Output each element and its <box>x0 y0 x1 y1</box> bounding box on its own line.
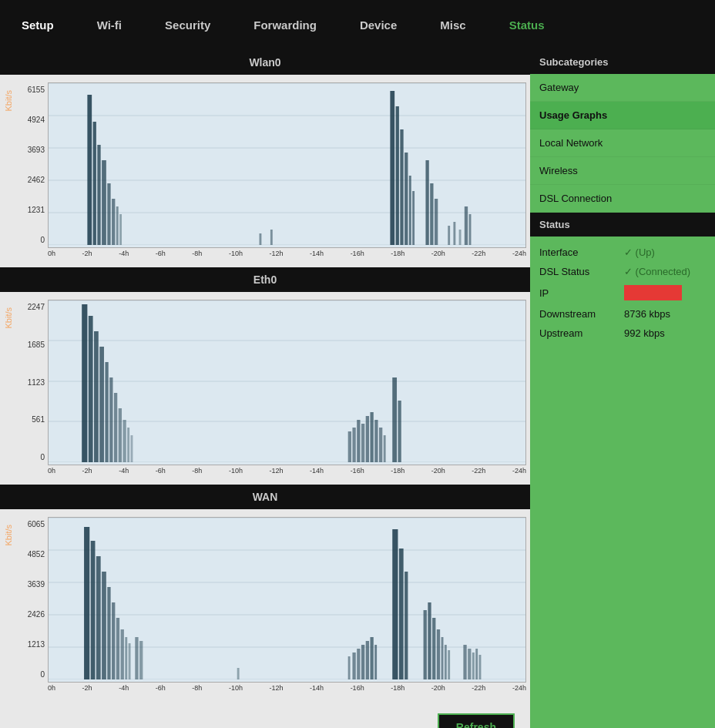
wan-graph-wrapper: 0h -2h -4h -6h -8h -10h -12h -14h -16h -… <box>48 517 526 692</box>
svg-rect-11 <box>112 199 115 245</box>
eth0-ylabel: Kbit/s <box>4 307 13 329</box>
svg-rect-84 <box>399 549 404 679</box>
svg-rect-42 <box>119 408 122 462</box>
nav-setup[interactable]: Setup <box>0 0 76 50</box>
svg-rect-49 <box>361 424 364 462</box>
svg-rect-19 <box>404 153 408 245</box>
svg-rect-27 <box>459 230 462 245</box>
svg-rect-80 <box>366 641 369 679</box>
svg-rect-7 <box>93 122 96 245</box>
nav-forwarding[interactable]: Forwarding <box>232 0 338 50</box>
svg-rect-71 <box>125 637 127 679</box>
svg-rect-8 <box>97 145 100 245</box>
nav-wifi[interactable]: Wi-fi <box>76 0 143 50</box>
ip-value-box <box>624 285 682 300</box>
svg-rect-54 <box>384 435 386 462</box>
svg-rect-79 <box>361 645 364 679</box>
svg-rect-40 <box>109 377 112 462</box>
svg-rect-74 <box>139 641 143 679</box>
status-val-interface: ✓ (Up) <box>624 247 655 258</box>
svg-rect-69 <box>116 618 119 679</box>
svg-rect-94 <box>468 649 471 679</box>
wan-graph-container: Kbit/s 6065 4852 3639 2426 1213 0 <box>0 509 530 702</box>
svg-rect-82 <box>374 645 377 679</box>
svg-rect-15 <box>270 230 273 245</box>
sidebar-item-local-network[interactable]: Local Network <box>530 129 715 157</box>
nav-device[interactable]: Device <box>338 0 418 50</box>
sidebar-item-dsl-connection[interactable]: DSL Connection <box>530 185 715 213</box>
svg-rect-25 <box>448 226 450 245</box>
eth0-section: Eth0 Kbit/s 2247 1685 1123 561 0 <box>0 267 530 485</box>
svg-rect-37 <box>94 331 99 462</box>
status-section-title: Status <box>530 213 715 237</box>
svg-rect-38 <box>99 347 104 462</box>
svg-rect-12 <box>116 206 119 245</box>
svg-rect-85 <box>404 572 408 679</box>
nav-misc[interactable]: Misc <box>418 0 487 50</box>
svg-rect-24 <box>435 199 438 245</box>
svg-rect-41 <box>114 393 117 462</box>
status-val-downstream: 8736 kbps <box>624 308 670 320</box>
eth0-graph-wrapper: 0h -2h -4h -6h -8h -10h -12h -14h -16h -… <box>48 300 526 475</box>
main-layout: Wlan0 Kbit/s 6155 4924 3693 2462 1231 0 <box>0 50 715 728</box>
status-row-ip: IP <box>539 281 706 304</box>
svg-rect-35 <box>82 304 87 462</box>
left-content: Wlan0 Kbit/s 6155 4924 3693 2462 1231 0 <box>0 50 530 728</box>
svg-rect-66 <box>102 572 106 679</box>
svg-rect-76 <box>348 656 351 679</box>
svg-rect-88 <box>432 618 435 679</box>
svg-rect-72 <box>129 643 131 679</box>
svg-rect-47 <box>352 428 355 462</box>
nav-status[interactable]: Status <box>488 0 566 50</box>
svg-rect-64 <box>91 541 96 679</box>
svg-rect-14 <box>260 233 262 245</box>
svg-rect-93 <box>463 645 466 679</box>
svg-rect-92 <box>448 650 450 679</box>
svg-rect-20 <box>409 176 411 245</box>
svg-rect-45 <box>131 435 133 462</box>
svg-rect-55 <box>392 377 397 462</box>
svg-rect-89 <box>437 629 440 679</box>
svg-rect-73 <box>135 637 138 679</box>
eth0-yaxis: 2247 1685 1123 561 0 <box>17 300 48 477</box>
svg-rect-10 <box>107 183 110 245</box>
wlan0-graph-wrapper: 0h -2h -4h -6h -8h -10h -12h -14h -16h -… <box>48 82 526 257</box>
svg-rect-56 <box>398 401 401 462</box>
status-row-dsl: DSL Status ✓ (Connected) <box>539 262 706 281</box>
svg-rect-18 <box>400 129 403 245</box>
svg-rect-13 <box>119 214 122 245</box>
svg-rect-9 <box>102 160 106 245</box>
svg-rect-23 <box>430 183 433 245</box>
svg-rect-81 <box>370 637 373 679</box>
status-key-ip: IP <box>539 287 624 299</box>
sidebar-item-wireless[interactable]: Wireless <box>530 157 715 185</box>
svg-rect-44 <box>127 428 129 462</box>
nav-security[interactable]: Security <box>143 0 232 50</box>
svg-rect-39 <box>105 362 108 462</box>
wan-xaxis: 0h -2h -4h -6h -8h -10h -12h -14h -16h -… <box>48 683 526 692</box>
wan-graph-area <box>48 517 526 683</box>
sidebar-item-usage-graphs[interactable]: Usage Graphs <box>530 102 715 129</box>
eth0-xaxis: 0h -2h -4h -6h -8h -10h -12h -14h -16h -… <box>48 465 526 475</box>
wan-header: WAN <box>0 485 530 509</box>
svg-rect-68 <box>112 602 115 679</box>
wlan0-xaxis: 0h -2h -4h -6h -8h -10h -12h -14h -16h -… <box>48 248 526 257</box>
status-row-downstream: Downstream 8736 kbps <box>539 304 706 324</box>
svg-rect-50 <box>366 416 369 462</box>
svg-rect-17 <box>396 106 399 245</box>
svg-rect-67 <box>107 587 110 679</box>
svg-rect-90 <box>441 637 444 679</box>
svg-rect-96 <box>475 649 478 679</box>
svg-rect-51 <box>370 412 373 462</box>
wlan0-graph-area <box>48 82 526 248</box>
wan-ylabel: Kbit/s <box>4 525 13 546</box>
status-table: Interface ✓ (Up) DSL Status ✓ (Connected… <box>530 237 715 349</box>
svg-rect-83 <box>392 529 398 679</box>
sidebar-item-gateway[interactable]: Gateway <box>530 74 715 102</box>
wlan0-yaxis: 6155 4924 3693 2462 1231 0 <box>17 82 48 260</box>
top-nav: Setup Wi-fi Security Forwarding Device M… <box>0 0 715 50</box>
svg-rect-29 <box>469 214 472 245</box>
status-row-interface: Interface ✓ (Up) <box>539 243 706 262</box>
status-key-dsl: DSL Status <box>539 266 624 277</box>
refresh-button[interactable]: Refresh <box>438 713 515 728</box>
